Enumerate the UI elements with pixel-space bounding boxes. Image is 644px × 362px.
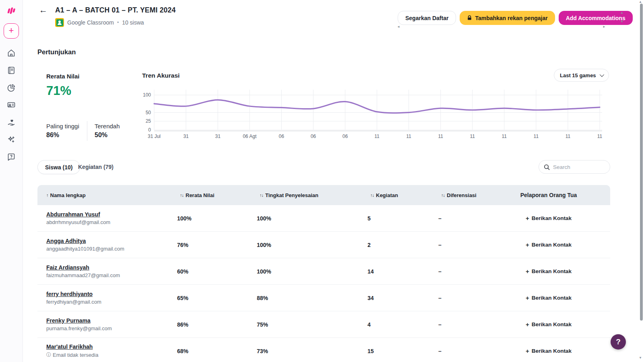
activities-count-cell: 15 bbox=[361, 348, 432, 354]
svg-text:11: 11 bbox=[438, 134, 443, 139]
classes-icon[interactable] bbox=[6, 100, 16, 110]
svg-text:25: 25 bbox=[146, 118, 151, 124]
add-coteacher-button[interactable]: Tambahkan rekan pengajar bbox=[460, 11, 555, 25]
assign-contact-button[interactable]: +Berikan Kontak bbox=[526, 321, 572, 328]
feedback-question-icon[interactable] bbox=[6, 152, 16, 162]
sort-icon: ↑↓ bbox=[370, 193, 374, 197]
wayground-logo-icon[interactable] bbox=[6, 6, 17, 16]
sort-icon: ↑↓ bbox=[180, 193, 184, 197]
sidebar-nav bbox=[6, 48, 16, 162]
plus-icon: + bbox=[526, 321, 529, 328]
plus-icon: + bbox=[526, 348, 529, 354]
svg-text:06 Agt: 06 Agt bbox=[243, 134, 257, 139]
parent-reporting-cell: +Berikan Kontak bbox=[503, 321, 610, 328]
tab-students[interactable]: Siswa (10) bbox=[37, 160, 80, 174]
column-name[interactable]: ↑Nama lengkap bbox=[37, 192, 171, 198]
assign-contact-button[interactable]: +Berikan Kontak bbox=[526, 268, 572, 275]
parent-reporting-cell: +Berikan Kontak bbox=[503, 215, 610, 222]
games-range-dropdown[interactable]: Last 15 games bbox=[554, 69, 609, 82]
svg-text:11: 11 bbox=[470, 134, 475, 139]
svg-text:06: 06 bbox=[343, 134, 348, 139]
lowest-score-value: 50% bbox=[95, 132, 107, 139]
column-differentiation[interactable]: ↑↓Diferensiasi bbox=[432, 192, 503, 198]
student-cell: Frenky Purnama purnama.frenky@gmail.com bbox=[37, 317, 171, 331]
student-name-link[interactable]: Frenky Purnama bbox=[46, 317, 91, 324]
refresh-roster-button[interactable]: Segarkan Daftar bbox=[398, 11, 456, 25]
svg-text:31: 31 bbox=[215, 134, 221, 139]
google-classroom-icon bbox=[55, 18, 64, 27]
help-button[interactable]: ? bbox=[611, 334, 626, 350]
student-email: purnama.frenky@gmail.com bbox=[46, 325, 171, 331]
page-scrollbar-thumb[interactable] bbox=[640, 4, 643, 321]
page-scroll-up-icon[interactable]: ▲ bbox=[639, 0, 642, 4]
svg-text:11: 11 bbox=[566, 134, 571, 139]
svg-text:06: 06 bbox=[311, 134, 316, 139]
average-score-cell: 86% bbox=[171, 321, 251, 328]
parent-reporting-cell: +Berikan Kontak bbox=[503, 294, 610, 301]
differentiation-cell: – bbox=[432, 348, 503, 354]
student-name-link[interactable]: Angga Adhitya bbox=[46, 238, 86, 244]
average-score-value: 71% bbox=[46, 84, 71, 98]
back-button[interactable]: ← bbox=[39, 5, 47, 15]
add-coteacher-label: Tambahkan rekan pengajar bbox=[475, 15, 547, 21]
column-completion-rate[interactable]: ↑↓Tingkat Penyelesaian bbox=[251, 192, 361, 198]
assign-contact-button[interactable]: +Berikan Kontak bbox=[526, 215, 572, 222]
sort-icon: ↑↓ bbox=[260, 193, 263, 197]
activities-count-cell: 2 bbox=[361, 242, 432, 248]
assign-contact-button[interactable]: +Berikan Kontak bbox=[526, 294, 572, 301]
accuracy-trend-chart: 31 Jul313106 Agt060606111111111111111102… bbox=[140, 86, 607, 143]
page-scroll-down-icon[interactable]: ▼ bbox=[639, 356, 642, 360]
column-activities[interactable]: ↑↓Kegiatan bbox=[361, 192, 432, 198]
column-average-score[interactable]: ↑↓Rerata Nilai bbox=[171, 192, 251, 198]
scroll-left-arrow-icon[interactable]: ◄ bbox=[397, 25, 400, 29]
average-score-cell: 76% bbox=[171, 242, 251, 248]
completion-rate-cell: 88% bbox=[251, 295, 361, 301]
student-name-link[interactable]: Faiz Ardiansyah bbox=[46, 264, 89, 271]
tab-activities[interactable]: Kegiatan (79) bbox=[78, 164, 114, 170]
student-name-link[interactable]: Abdurrahman Yusuf bbox=[46, 211, 100, 218]
differentiation-cell: – bbox=[432, 268, 503, 275]
accuracy-trend-title: Tren Akurasi bbox=[142, 72, 180, 79]
differentiation-cell: – bbox=[432, 295, 503, 301]
library-icon[interactable] bbox=[6, 66, 16, 75]
completion-rate-cell: 100% bbox=[251, 215, 361, 222]
plus-icon: + bbox=[526, 215, 529, 222]
performance-section-title: Pertunjukan bbox=[37, 48, 76, 56]
student-email: faizmuhammaad27@gmail.com bbox=[46, 272, 171, 278]
svg-text:11: 11 bbox=[534, 134, 539, 139]
average-score-cell: 65% bbox=[171, 295, 251, 301]
reports-icon[interactable] bbox=[6, 83, 16, 93]
scroll-down-arrow-icon[interactable]: ▼ bbox=[620, 20, 623, 23]
games-range-label: Last 15 games bbox=[560, 72, 596, 78]
table-row: Frenky Purnama purnama.frenky@gmail.com … bbox=[37, 311, 610, 338]
student-cell: Abdurrahman Yusuf abdrrhmnyusuf@gmail.co… bbox=[37, 211, 171, 225]
scroll-up-arrow-icon[interactable]: ▲ bbox=[620, 11, 623, 14]
assign-contact-button[interactable]: +Berikan Kontak bbox=[526, 241, 572, 248]
home-icon[interactable] bbox=[6, 48, 16, 58]
page-title: A1 – A – BATCH 01 – PT. YEMI 2024 bbox=[55, 6, 175, 14]
student-email: ferrydhiyan@gmail.com bbox=[46, 299, 171, 305]
svg-text:31 Jul: 31 Jul bbox=[148, 134, 161, 139]
student-name-link[interactable]: ferry herdhiyanto bbox=[46, 291, 93, 297]
accommodations-icon[interactable] bbox=[6, 117, 16, 127]
average-score-cell: 100% bbox=[171, 215, 251, 222]
scroll-right-arrow-icon[interactable]: ► bbox=[603, 25, 606, 29]
ai-sparkles-icon[interactable] bbox=[6, 135, 16, 144]
svg-text:06: 06 bbox=[279, 134, 285, 139]
header-actions: Segarkan Daftar Tambahkan rekan pengajar… bbox=[398, 11, 633, 25]
svg-text:31: 31 bbox=[183, 134, 189, 139]
completion-rate-cell: 73% bbox=[251, 348, 361, 354]
create-button[interactable]: + bbox=[4, 23, 19, 39]
activities-count-cell: 5 bbox=[361, 215, 432, 222]
class-meta: Google Classroom • 10 siswa bbox=[55, 18, 144, 27]
parent-reporting-cell: +Berikan Kontak bbox=[503, 241, 610, 248]
sort-icon: ↑↓ bbox=[441, 193, 445, 197]
student-email-missing: ⓘEmail tidak tersedia bbox=[46, 352, 171, 358]
student-name-link[interactable]: Mar'atul Farikhah bbox=[46, 343, 93, 350]
platform-label: Google Classroom bbox=[67, 19, 114, 26]
lock-icon bbox=[467, 15, 472, 21]
search-input[interactable] bbox=[553, 164, 601, 170]
plus-icon: + bbox=[526, 294, 529, 301]
assign-contact-button[interactable]: +Berikan Kontak bbox=[526, 348, 572, 354]
table-row: Mar'atul Farikhah ⓘEmail tidak tersedia … bbox=[37, 338, 610, 362]
